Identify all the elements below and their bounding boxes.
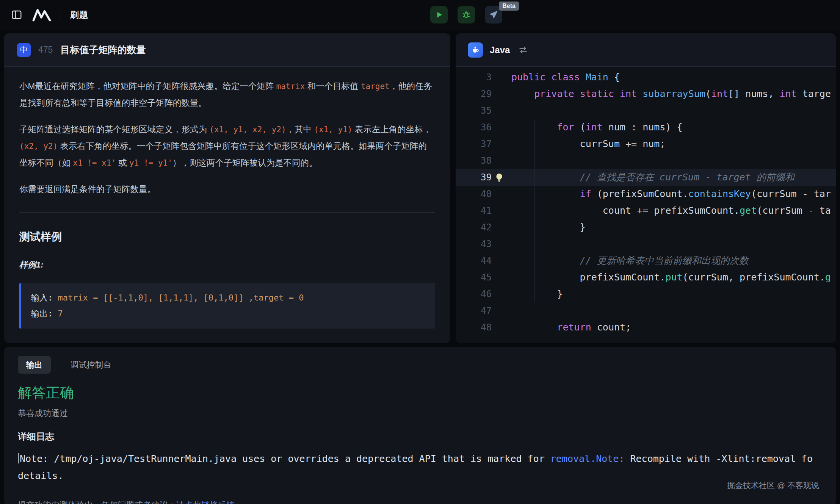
code-token: return	[557, 322, 591, 333]
code-line-47[interactable]: 47	[456, 302, 836, 319]
code-token	[511, 122, 557, 133]
tab-debug-console[interactable]: 调试控制台	[71, 356, 111, 374]
code-line-36[interactable]: 36 for (int num : nums) {	[456, 119, 836, 136]
code-line-45[interactable]: 45 prefixSumCount.put(currSum, prefixSum…	[456, 269, 836, 286]
examples-heading: 测试样例	[19, 229, 435, 245]
code-token	[580, 72, 586, 83]
link[interactable]: 请点此链接反馈	[176, 500, 235, 504]
swap-arrows-icon	[518, 45, 528, 55]
submit-button[interactable]: Beta	[485, 6, 502, 23]
code-text: private static int subarraySum(int[] num…	[492, 86, 836, 102]
feedback-note: 提交功能内测体验中，任何问题或者建议：请点此链接反馈	[18, 499, 822, 504]
line-number: 29	[456, 86, 492, 102]
line-number: 39	[456, 169, 492, 186]
editor-header: Java	[456, 33, 836, 67]
inline-code: y1 != y1'	[129, 158, 172, 167]
run-button[interactable]	[430, 6, 448, 23]
code-token: num : nums) {	[603, 122, 683, 133]
code-text: // 更新哈希表中当前前缀和出现的次数	[492, 252, 836, 269]
code-token: (currSum - tar	[751, 188, 831, 199]
text-cursor-icon	[18, 453, 19, 463]
sidebar-toggle-button[interactable]	[11, 9, 23, 21]
text-segment: 输出:	[31, 309, 58, 318]
code-line-37[interactable]: 37 currSum += num;	[456, 136, 836, 152]
inline-code: (x1, y1, x2, y2)	[209, 125, 286, 134]
beta-badge: Beta	[499, 2, 519, 11]
code-line-44[interactable]: 44 // 更新哈希表中当前前缀和出现的次数	[456, 252, 836, 269]
code-line-42[interactable]: 42 }	[456, 219, 836, 236]
text-segment: 输入:	[31, 293, 58, 302]
example-block: 输入: matrix = [[-1,1,0], [1,1,1], [0,1,0]…	[19, 283, 435, 329]
text-segment: 小M最近在研究矩阵，他对矩阵中的子矩阵很感兴趣。给定一个矩阵	[19, 81, 276, 91]
text-segment: 表示左上角的坐标，	[352, 125, 431, 134]
code-line-29[interactable]: 29 private static int subarraySum(int[] …	[456, 86, 836, 102]
code-line-35[interactable]: 35	[456, 102, 836, 119]
marscode-logo-icon[interactable]	[32, 8, 52, 22]
code-token: currSum += num;	[511, 138, 665, 149]
code-text	[492, 152, 836, 169]
code-token: if	[580, 188, 591, 199]
line-number: 35	[456, 102, 492, 119]
code-token: targe	[797, 88, 831, 99]
code-token	[545, 72, 551, 83]
problem-paragraph: 你需要返回满足条件的子矩阵数量。	[19, 181, 435, 198]
difficulty-badge: 中	[17, 43, 31, 57]
language-swap-button[interactable]	[518, 45, 528, 55]
code-token	[511, 188, 580, 199]
tab-output[interactable]: 输出	[18, 356, 51, 374]
log-line: details.	[18, 467, 822, 484]
code-token: int	[780, 88, 797, 99]
inline-code: x1 != x1'	[73, 158, 116, 167]
code-text: }	[492, 286, 836, 302]
problem-description: 小M最近在研究矩阵，他对矩阵中的子矩阵很感兴趣。给定一个矩阵 matrix 和一…	[4, 67, 450, 329]
code-text: for (int num : nums) {	[492, 119, 836, 136]
code-token: (prefixSumCount.	[591, 188, 688, 199]
link[interactable]: removal.Note:	[550, 453, 625, 464]
play-icon	[434, 9, 444, 20]
section-divider	[19, 212, 435, 213]
code-token: int	[586, 122, 603, 133]
code-text	[492, 302, 836, 319]
code-line-43[interactable]: 43	[456, 236, 836, 252]
code-line-38[interactable]: 38	[456, 152, 836, 169]
code-token: g	[825, 272, 831, 283]
code-editor[interactable]: 3public class Main {29 private static in…	[456, 67, 836, 343]
inline-code: (x2, y2)	[19, 142, 58, 151]
code-line-41[interactable]: 41 count += prefixSumCount.get(currSum -…	[456, 202, 836, 219]
code-line-48[interactable]: 48 return count;	[456, 319, 836, 336]
code-token: count += prefixSumCount.	[511, 205, 740, 216]
code-token: for	[557, 122, 574, 133]
inline-code: matrix	[276, 82, 305, 91]
text-segment: details.	[18, 470, 63, 481]
lightbulb-icon[interactable]	[494, 172, 505, 183]
code-line-40[interactable]: 40 if (prefixSumCount.containsKey(currSu…	[456, 186, 836, 202]
line-number: 45	[456, 269, 492, 286]
code-token: int	[711, 88, 728, 99]
code-line-39[interactable]: 39 // 查找是否存在 currSum - target 的前缀和	[456, 169, 836, 186]
debug-button[interactable]	[458, 6, 475, 23]
problem-id: 475	[38, 45, 53, 55]
code-token: get	[740, 205, 757, 216]
editor-panel: Java 3public class Main {29 private stat…	[456, 33, 836, 343]
code-token: (currSum - ta	[757, 205, 831, 216]
code-token: // 查找是否存在 currSum - target 的前缀和	[580, 172, 795, 183]
code-text: currSum += num;	[492, 136, 836, 152]
inline-code: (x1, y1)	[314, 125, 352, 134]
code-line-46[interactable]: 46 }	[456, 286, 836, 302]
code-token: put	[665, 272, 682, 283]
inline-code: target	[361, 82, 390, 91]
code-text: count += prefixSumCount.get(currSum - ta	[492, 202, 836, 219]
line-number: 42	[456, 219, 492, 236]
watermark: 掘金技术社区 @ 不客观说	[727, 480, 819, 491]
line-number: 38	[456, 152, 492, 169]
code-token: (	[705, 88, 711, 99]
code-text: prefixSumCount.put(currSum, prefixSumCou…	[492, 269, 836, 286]
text-segment: Recompile with -Xlint:removal fo	[624, 453, 813, 464]
code-token	[511, 322, 557, 333]
line-number: 47	[456, 302, 492, 319]
line-number: 46	[456, 286, 492, 302]
code-line-3[interactable]: 3public class Main {	[456, 69, 836, 86]
console-tabs: 输出 调试控制台	[18, 356, 822, 374]
log-line-text: details.	[18, 470, 63, 481]
app-name: 刷题	[70, 9, 88, 21]
